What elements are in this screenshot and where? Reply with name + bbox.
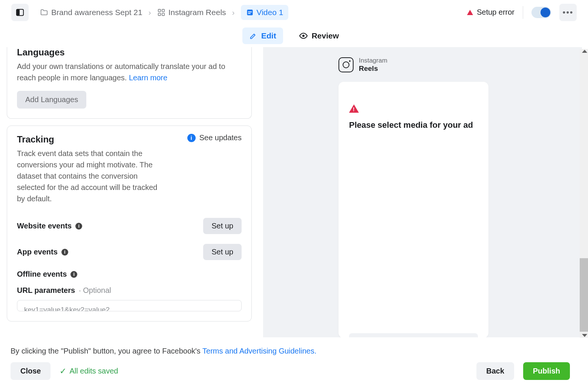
url-params-label: URL parameters [17,286,75,295]
languages-title: Languages [17,47,242,58]
preview-platform: Instagram [359,57,387,64]
more-options-button[interactable]: ••• [559,4,577,21]
see-updates-label: See updates [199,133,242,142]
info-icon[interactable]: i [75,223,82,230]
checkmark-icon: ✓ [60,366,66,376]
pencil-icon [249,32,257,40]
info-icon[interactable]: i [61,249,68,256]
footer-disclaimer: By clicking the "Publish" button, you ag… [11,347,570,355]
add-languages-button[interactable]: Add Languages [17,91,86,109]
svg-rect-4 [158,13,160,15]
learn-more-link[interactable]: Learn more [129,74,167,82]
terms-link[interactable]: Terms and Advertising Guidelines. [202,347,316,355]
tab-edit[interactable]: Edit [242,28,283,44]
see-updates-button[interactable]: i See updates [187,133,242,142]
scroll-thumb[interactable] [580,258,588,332]
publish-button[interactable]: Publish [523,362,570,380]
breadcrumb-campaign[interactable]: Brand awareness Sept 21 [40,8,142,17]
footer: By clicking the "Publish" button, you ag… [0,338,580,392]
divider [523,6,523,19]
save-status-label: All edits saved [69,367,118,375]
back-button[interactable]: Back [476,362,514,380]
preview-message: Please select media for your ad [349,119,478,131]
ad-icon [246,9,254,16]
tab-review[interactable]: Review [292,28,346,44]
scroll-down-icon[interactable] [582,334,587,337]
languages-desc: Add your own translations or automatical… [17,61,242,83]
website-events-label: Website events [17,222,72,230]
breadcrumb: Brand awareness Sept 21 › Instagram Reel… [40,5,288,20]
preview-placement: Reels [359,64,378,72]
tab-edit-label: Edit [261,31,276,40]
grid-icon [157,8,165,17]
website-events-setup-button[interactable]: Set up [203,218,242,234]
tab-review-label: Review [312,31,339,40]
setup-error-indicator[interactable]: Setup error [467,8,514,17]
scrollbar[interactable] [580,49,588,338]
svg-rect-3 [162,9,164,11]
toggle-knob [541,8,550,17]
folder-icon [40,8,48,17]
ad-preview-panel: Instagram Reels Please select media for … [263,47,582,337]
ad-status-toggle[interactable] [531,7,551,18]
scroll-up-icon[interactable] [582,50,587,53]
svg-rect-2 [158,9,160,11]
app-events-setup-button[interactable]: Set up [203,244,242,260]
dots-icon: ••• [562,8,573,17]
breadcrumb-ad[interactable]: Video 1 [241,5,289,20]
svg-rect-8 [248,13,251,14]
warning-icon [349,104,359,113]
close-button[interactable]: Close [11,362,51,380]
svg-rect-1 [17,9,20,15]
setup-error-label: Setup error [477,8,514,17]
panel-toggle-button[interactable] [11,4,29,21]
chevron-right-icon: › [149,8,151,17]
tracking-section: i See updates Tracking Track event data … [7,126,252,322]
warning-icon [467,10,473,15]
breadcrumb-ad-label: Video 1 [257,8,283,17]
url-params-input[interactable]: key1=value1&key2=value2 [17,300,242,311]
languages-section: Languages Add your own translations or a… [7,47,252,119]
info-icon: i [187,134,196,142]
preview-card: Please select media for your ad Add Medi… [338,82,488,337]
breadcrumb-adset[interactable]: Instagram Reels [157,8,226,17]
tracking-desc: Track event data sets that contain the c… [17,148,164,204]
app-events-label: App events [17,248,58,256]
info-icon[interactable]: i [70,271,77,278]
breadcrumb-campaign-label: Brand awareness Sept 21 [51,8,142,17]
svg-point-9 [302,35,305,37]
breadcrumb-adset-label: Instagram Reels [168,8,226,17]
eye-icon [299,31,308,40]
offline-events-label: Offline events [17,270,67,279]
add-media-button[interactable]: Add Media [349,333,478,337]
svg-rect-6 [247,9,253,15]
chevron-right-icon: › [232,8,235,17]
svg-rect-5 [162,13,164,15]
svg-rect-7 [248,11,252,12]
panel-icon [16,8,24,17]
instagram-icon [338,57,354,72]
save-status: ✓ All edits saved [60,366,118,376]
optional-label: · Optional [79,286,111,295]
